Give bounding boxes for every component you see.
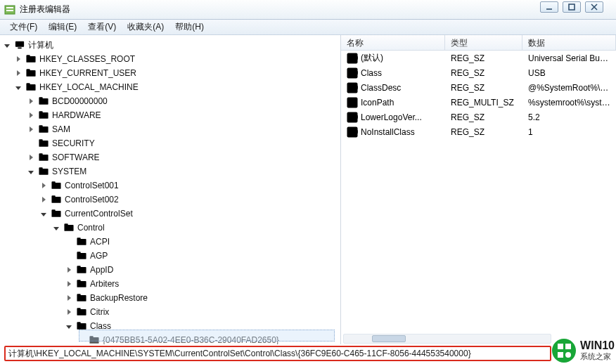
expander-icon[interactable]: [39, 209, 48, 218]
tree-cs001[interactable]: ControlSet001: [3, 178, 340, 193]
tree-class[interactable]: Class: [3, 319, 340, 333]
watermark-logo-icon: [552, 339, 576, 363]
value-data: %systemroot%\system3: [522, 98, 616, 108]
expander-icon[interactable]: [39, 181, 48, 190]
tree-hkcu[interactable]: HKEY_CURRENT_USER: [3, 66, 340, 80]
close-button[interactable]: [585, 1, 603, 13]
expander-icon[interactable]: [3, 41, 11, 49]
tree-hkcr[interactable]: HKEY_CLASSES_ROOT: [3, 52, 340, 66]
tree-guid[interactable]: {0475BB51-5A02-4EE0-B36C-29040FAD2650}: [3, 333, 340, 344]
col-data[interactable]: 数据: [522, 35, 616, 50]
folder-icon: [51, 209, 62, 219]
value-row[interactable]: (默认)REG_SZUniversal Serial Bus co: [341, 51, 616, 65]
watermark: WIN10 系统之家: [552, 339, 615, 363]
value-name: LowerLogoVer...: [361, 112, 422, 122]
menu-help[interactable]: 帮助(H): [169, 20, 210, 34]
watermark-subtitle: 系统之家: [580, 351, 615, 362]
expander-spacer: [65, 238, 73, 246]
value-row[interactable]: LowerLogoVer...REG_SZ5.2: [341, 110, 616, 124]
expander-icon[interactable]: [27, 111, 35, 119]
tree-system[interactable]: SYSTEM: [3, 164, 340, 178]
horizontal-scrollbar[interactable]: [343, 333, 551, 344]
list-header: 名称 类型 数据: [341, 35, 616, 51]
tree-bcd[interactable]: BCD00000000: [3, 94, 340, 108]
tree-control[interactable]: Control: [3, 221, 340, 235]
value-type: REG_SZ: [445, 53, 522, 63]
col-name[interactable]: 名称: [341, 35, 445, 50]
menu-view[interactable]: 查看(V): [82, 20, 122, 34]
folder-icon: [76, 307, 87, 317]
current-path: 计算机\HKEY_LOCAL_MACHINE\SYSTEM\CurrentCon…: [4, 346, 551, 361]
expander-icon[interactable]: [14, 69, 23, 77]
expander-icon[interactable]: [14, 55, 23, 63]
menu-edit[interactable]: 编辑(E): [43, 20, 82, 34]
tree-security[interactable]: SECURITY: [3, 136, 340, 150]
menu-file[interactable]: 文件(F): [4, 20, 43, 34]
tree-pane[interactable]: 计算机 HKEY_CLASSES_ROOT HKEY_CURRENT_USER …: [0, 35, 341, 344]
value-row[interactable]: ClassREG_SZUSB: [341, 65, 616, 80]
minimize-button[interactable]: [540, 1, 558, 13]
value-name: IconPath: [361, 98, 394, 108]
window-title: 注册表编辑器: [20, 4, 70, 15]
folder-icon: [38, 138, 49, 148]
folder-icon: [63, 223, 75, 233]
value-name: ClassDesc: [361, 83, 401, 93]
expander-icon[interactable]: [65, 294, 73, 302]
tree-hklm[interactable]: HKEY_LOCAL_MACHINE: [3, 80, 340, 94]
svg-rect-14: [569, 4, 575, 10]
maximize-button[interactable]: [563, 1, 581, 13]
menu-bar: 文件(F) 编辑(E) 查看(V) 收藏夹(A) 帮助(H): [0, 20, 616, 35]
expander-spacer: [77, 336, 86, 344]
tree-agp[interactable]: AGP: [3, 249, 340, 263]
folder-icon: [38, 96, 49, 106]
folder-icon: [38, 124, 49, 134]
menu-favorites[interactable]: 收藏夹(A): [122, 20, 169, 34]
value-type: REG_MULTI_SZ: [445, 98, 522, 108]
multi-string-icon: [347, 97, 358, 108]
expander-icon[interactable]: [27, 125, 35, 134]
status-bar: 计算机\HKEY_LOCAL_MACHINE\SYSTEM\CurrentCon…: [4, 346, 551, 361]
value-type: REG_SZ: [445, 68, 522, 78]
expander-icon[interactable]: [27, 167, 35, 176]
tree-software[interactable]: SOFTWARE: [3, 150, 340, 164]
col-type[interactable]: 类型: [445, 35, 522, 50]
tree-root[interactable]: 计算机: [3, 38, 340, 52]
tree-citrix[interactable]: Citrix: [3, 305, 340, 319]
folder-icon: [25, 82, 37, 92]
expander-icon[interactable]: [39, 195, 48, 204]
expander-spacer: [65, 252, 73, 260]
window-controls: [540, 1, 603, 13]
string-icon: [347, 82, 358, 93]
tree-arbiters[interactable]: Arbiters: [3, 277, 340, 291]
value-row[interactable]: ClassDescREG_SZ@%SystemRoot%\Syste: [341, 80, 616, 95]
value-name: NoInstallClass: [361, 127, 415, 137]
svg-rect-12: [6, 10, 13, 11]
folder-icon: [25, 54, 37, 64]
expander-icon[interactable]: [14, 83, 23, 91]
tree-appid[interactable]: AppID: [3, 263, 340, 277]
expander-icon[interactable]: [65, 322, 73, 330]
values-pane[interactable]: 名称 类型 数据 (默认)REG_SZUniversal Serial Bus …: [341, 35, 616, 344]
tree-acpi[interactable]: ACPI: [3, 235, 340, 249]
expander-icon[interactable]: [52, 223, 60, 232]
value-data: @%SystemRoot%\Syste: [522, 83, 616, 93]
tree-currentcontrolset[interactable]: CurrentControlSet: [3, 207, 340, 221]
string-icon: [347, 126, 358, 138]
value-row[interactable]: IconPathREG_MULTI_SZ%systemroot%\system3: [341, 95, 616, 110]
value-data: USB: [522, 68, 616, 78]
expander-icon[interactable]: [27, 153, 35, 162]
value-data: 1: [522, 127, 616, 137]
value-row[interactable]: NoInstallClassREG_SZ1: [341, 124, 616, 139]
tree-hardware[interactable]: HARDWARE: [3, 108, 340, 122]
expander-icon[interactable]: [65, 308, 73, 316]
tree-backuprestore[interactable]: BackupRestore: [3, 291, 340, 305]
expander-spacer: [27, 139, 35, 148]
expander-icon[interactable]: [65, 266, 73, 274]
tree-sam[interactable]: SAM: [3, 122, 340, 136]
folder-icon: [76, 265, 87, 275]
string-icon: [347, 112, 358, 123]
folder-icon: [76, 279, 87, 289]
tree-cs002[interactable]: ControlSet002: [3, 193, 340, 207]
expander-icon[interactable]: [65, 280, 73, 288]
expander-icon[interactable]: [27, 97, 35, 105]
